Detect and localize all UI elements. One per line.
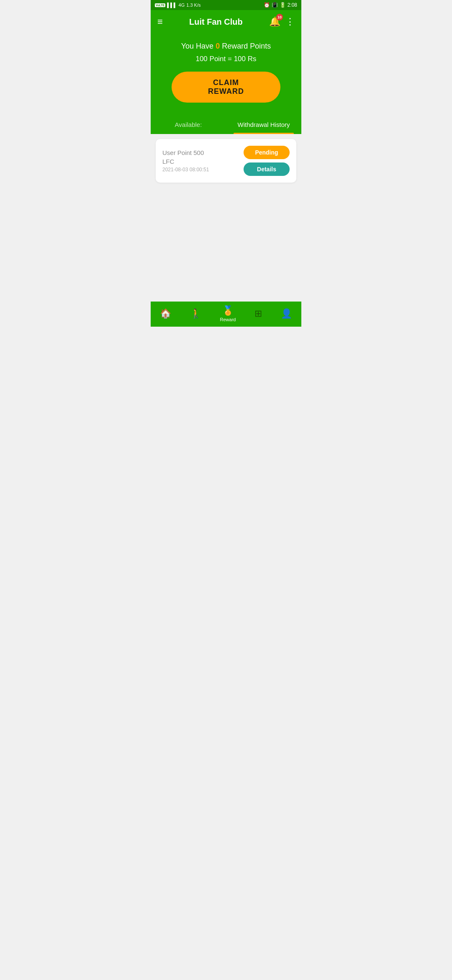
battery-icon: 🔋 bbox=[280, 2, 286, 8]
content-area: User Point 500 LFC 2021-08-03 08:00:51 P… bbox=[151, 134, 301, 302]
reward-points-value: 0 bbox=[216, 42, 220, 50]
pending-button[interactable]: Pending bbox=[244, 146, 290, 159]
notification-badge: 10 bbox=[276, 14, 283, 21]
conversion-rate: 100 Point = 100 Rs bbox=[195, 55, 256, 63]
home-icon: 🏠 bbox=[160, 308, 171, 319]
claim-reward-button[interactable]: CLAIM REWARD bbox=[172, 72, 280, 103]
nav-reward[interactable]: 🏅 Reward bbox=[220, 305, 236, 322]
current-time: 2:08 bbox=[288, 2, 297, 8]
profile-icon: 👤 bbox=[281, 308, 292, 319]
volte-badge: VoLTE bbox=[155, 3, 165, 7]
details-button[interactable]: Details bbox=[244, 162, 290, 176]
hero-section: You Have 0 Reward Points 100 Point = 100… bbox=[151, 34, 301, 115]
notification-button[interactable]: 🔔 10 bbox=[269, 16, 280, 27]
menu-icon[interactable]: ≡ bbox=[157, 16, 163, 27]
tab-available[interactable]: Available: bbox=[151, 115, 226, 134]
withdrawal-card: User Point 500 LFC 2021-08-03 08:00:51 P… bbox=[156, 139, 296, 183]
tab-bar: Available: Withdrawal History bbox=[151, 115, 301, 134]
vibrate-icon: 📳 bbox=[272, 2, 278, 8]
signal-strength: ▌▌▌ bbox=[167, 3, 177, 8]
tab-withdrawal-history[interactable]: Withdrawal History bbox=[226, 115, 301, 134]
activity-icon: 🚶 bbox=[190, 308, 201, 319]
app-bar: ≡ Luit Fan Club 🔔 10 ⋮ bbox=[151, 10, 301, 34]
nav-transfer[interactable]: ⊞ bbox=[254, 308, 262, 319]
status-left: VoLTE ▌▌▌ 4G 1.3 K/s bbox=[155, 3, 200, 8]
network-speed: 1.3 K/s bbox=[186, 3, 200, 8]
card-date: 2021-08-03 08:00:51 bbox=[162, 167, 209, 173]
network-type: 4G bbox=[179, 3, 185, 8]
bottom-nav: 🏠 🚶 🏅 Reward ⊞ 👤 bbox=[151, 302, 301, 327]
reward-text-after: Reward Points bbox=[222, 42, 271, 50]
nav-home[interactable]: 🏠 bbox=[160, 308, 171, 319]
reward-text-before: You Have bbox=[181, 42, 213, 50]
alarm-icon: ⏰ bbox=[264, 2, 270, 8]
card-subtitle: LFC bbox=[162, 158, 209, 165]
transfer-icon: ⊞ bbox=[254, 308, 262, 319]
card-info: User Point 500 LFC 2021-08-03 08:00:51 bbox=[162, 149, 209, 173]
nav-profile[interactable]: 👤 bbox=[281, 308, 292, 319]
more-options-icon[interactable]: ⋮ bbox=[285, 16, 295, 27]
status-bar: VoLTE ▌▌▌ 4G 1.3 K/s ⏰ 📳 🔋 2:08 bbox=[151, 0, 301, 10]
reward-icon: 🏅 bbox=[222, 305, 234, 316]
card-title: User Point 500 bbox=[162, 149, 209, 156]
app-title: Luit Fan Club bbox=[189, 17, 243, 27]
reward-points-display: You Have 0 Reward Points bbox=[181, 42, 271, 51]
app-bar-icons: 🔔 10 ⋮ bbox=[269, 16, 295, 27]
status-right: ⏰ 📳 🔋 2:08 bbox=[264, 2, 297, 8]
nav-activity[interactable]: 🚶 bbox=[190, 308, 201, 319]
card-actions: Pending Details bbox=[244, 146, 290, 176]
reward-label: Reward bbox=[220, 317, 236, 322]
